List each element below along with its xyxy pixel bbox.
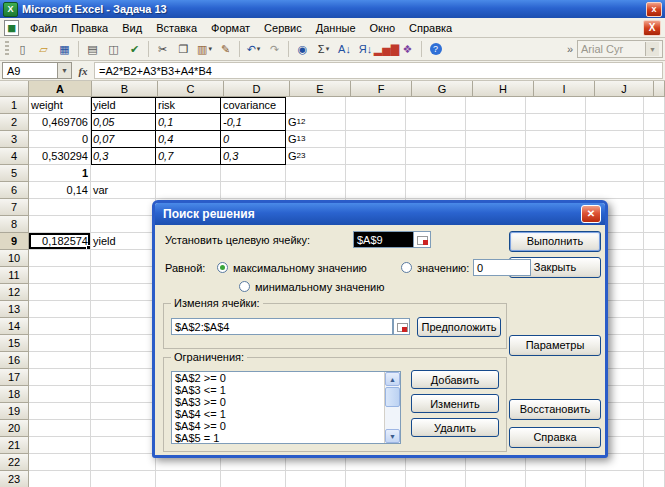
cell-C6[interactable] — [156, 182, 221, 199]
row-header-14[interactable]: 14 — [0, 318, 29, 335]
cell-A7[interactable] — [29, 199, 91, 216]
target-range-selector-icon[interactable] — [414, 231, 431, 248]
cell-E2[interactable]: G12 — [286, 114, 346, 131]
cell-E3[interactable]: G13 — [286, 131, 346, 148]
cell-G2[interactable] — [406, 114, 466, 131]
menu-item-help[interactable]: Справка — [402, 20, 459, 36]
cell-E6[interactable] — [286, 182, 346, 199]
row-header-18[interactable]: 18 — [0, 386, 29, 403]
column-header-C[interactable]: C — [158, 81, 224, 97]
cell-H2[interactable] — [466, 114, 526, 131]
cell-D1[interactable]: covariance — [221, 97, 286, 114]
constraint-item[interactable]: $A$5 = 1 — [172, 432, 384, 444]
radio-specific-value[interactable] — [401, 262, 412, 273]
save-icon[interactable]: ▦ — [54, 39, 75, 59]
row-header-20[interactable]: 20 — [0, 420, 29, 437]
cell-D5[interactable] — [221, 165, 286, 182]
cell-B20[interactable] — [91, 420, 156, 437]
spelling-icon[interactable]: ✔ — [124, 39, 145, 59]
print-preview-icon[interactable]: ◫ — [103, 39, 124, 59]
cell-A20[interactable] — [29, 420, 91, 437]
delete-constraint-button[interactable]: Удалить — [411, 418, 499, 437]
row-header-6[interactable]: 6 — [0, 182, 29, 199]
cell-J4[interactable] — [586, 148, 644, 165]
cell-H3[interactable] — [466, 131, 526, 148]
cell-H4[interactable] — [466, 148, 526, 165]
menu-item-insert[interactable]: Вставка — [149, 20, 204, 36]
row-header-2[interactable]: 2 — [0, 114, 29, 131]
cell-H5[interactable] — [466, 165, 526, 182]
cell-A19[interactable] — [29, 403, 91, 420]
undo-icon[interactable]: ↶▾ — [243, 39, 264, 59]
cell-G5[interactable] — [406, 165, 466, 182]
column-header-H[interactable]: H — [473, 81, 534, 97]
cell-B9[interactable]: yield — [91, 233, 156, 250]
row-header-12[interactable]: 12 — [0, 284, 29, 301]
cell-I4[interactable] — [526, 148, 586, 165]
paste-icon[interactable]: ▥▾ — [194, 39, 215, 59]
cell-B8[interactable] — [91, 216, 156, 233]
cell-B18[interactable] — [91, 386, 156, 403]
menu-item-view[interactable]: Вид — [115, 20, 149, 36]
constraint-item[interactable]: $A$4 >= 0 — [172, 420, 384, 432]
cell-A2[interactable]: 0,469706 — [29, 114, 91, 131]
toolbar-overflow-chevron[interactable]: » — [567, 43, 573, 55]
column-header-J[interactable]: J — [595, 81, 654, 97]
cell-B2[interactable]: 0,05 — [91, 114, 156, 131]
change-constraint-button[interactable]: Изменить — [411, 394, 499, 413]
target-cell-value[interactable]: $A$9 — [353, 231, 414, 248]
radio-min-value[interactable] — [239, 281, 250, 292]
cell-F2[interactable] — [346, 114, 406, 131]
constraint-item[interactable]: $A$4 <= 1 — [172, 408, 384, 420]
cell-B15[interactable] — [91, 335, 156, 352]
cell-A12[interactable] — [29, 284, 91, 301]
cell-F1[interactable] — [346, 97, 406, 114]
open-folder-icon[interactable]: ▱ — [33, 39, 54, 59]
cell-B17[interactable] — [91, 369, 156, 386]
cell-H1[interactable] — [466, 97, 526, 114]
cell-J1[interactable] — [586, 97, 644, 114]
cell-J23[interactable] — [586, 471, 644, 487]
cell-B13[interactable] — [91, 301, 156, 318]
print-icon[interactable]: ▤ — [82, 39, 103, 59]
column-header-E[interactable]: E — [290, 81, 351, 97]
menu-item-tools[interactable]: Сервис — [257, 20, 309, 36]
cell-H6[interactable] — [466, 182, 526, 199]
scroll-down-icon[interactable]: ▼ — [385, 429, 400, 443]
row-header-1[interactable]: 1 — [0, 97, 29, 114]
cell-G4[interactable] — [406, 148, 466, 165]
menu-item-file[interactable]: Файл — [23, 20, 64, 36]
target-cell-field[interactable]: $A$9 — [353, 231, 431, 248]
formula-input[interactable]: =A2*B2+A3*B3+A4*B4 — [94, 62, 663, 79]
row-header-23[interactable]: 23 — [0, 471, 29, 487]
row-header-4[interactable]: 4 — [0, 148, 29, 165]
cell-D6[interactable] — [221, 182, 286, 199]
cell-F23[interactable] — [346, 471, 406, 487]
column-header-I[interactable]: I — [534, 81, 595, 97]
autosum-icon-dropdown[interactable]: ▾ — [326, 45, 330, 53]
cell-E1[interactable] — [286, 97, 346, 114]
cell-A18[interactable] — [29, 386, 91, 403]
row-header-9[interactable]: 9 — [0, 233, 29, 250]
drawing-icon[interactable]: ❖ — [397, 39, 418, 59]
cell-B14[interactable] — [91, 318, 156, 335]
cell-B6[interactable]: var — [91, 182, 156, 199]
guess-button[interactable]: Предположить — [417, 317, 501, 337]
constraint-item[interactable]: $A$2 >= 0 — [172, 372, 384, 384]
insert-function-button[interactable]: fx — [72, 65, 94, 77]
cut-icon[interactable]: ✂ — [152, 39, 173, 59]
row-header-17[interactable]: 17 — [0, 369, 29, 386]
name-box[interactable]: A9 — [2, 62, 58, 79]
changing-cells-input[interactable]: $A$2:$A$4 — [171, 318, 393, 335]
column-header-A[interactable]: A — [29, 81, 92, 97]
cell-I23[interactable] — [526, 471, 586, 487]
row-header-16[interactable]: 16 — [0, 352, 29, 369]
new-document-icon[interactable]: ▯ — [12, 39, 33, 59]
cell-D23[interactable] — [221, 471, 286, 487]
cell-G1[interactable] — [406, 97, 466, 114]
cell-J5[interactable] — [586, 165, 644, 182]
cell-B22[interactable] — [91, 454, 156, 471]
solve-button[interactable]: Выполнить — [509, 231, 601, 252]
copy-icon[interactable]: ❐ — [173, 39, 194, 59]
value-input[interactable]: 0 — [473, 259, 531, 276]
